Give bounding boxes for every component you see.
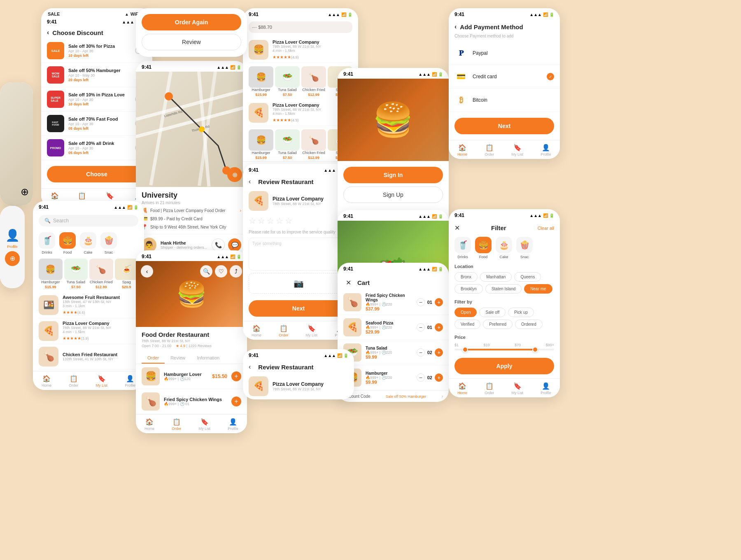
rl-food-2[interactable]: 🥗 Tuna Salad $7.50 (275, 66, 300, 97)
choose-button[interactable]: Choose (47, 166, 147, 182)
call-button[interactable]: 📞 (212, 238, 225, 252)
chip-brooklyn[interactable]: Brooklyn (454, 284, 483, 294)
rl2-food-3[interactable]: 🍗 Chicken Fried $12.99 (301, 129, 326, 160)
menu-item-2[interactable]: 🍗 Fried Spicy Chicken Wings 🔥999+ | 🕐 01… (136, 389, 247, 414)
nav-mylist-food[interactable]: 🔖My List (96, 375, 108, 387)
rl-food-1[interactable]: 🍔 Hamburger $15.99 (249, 66, 273, 97)
rl2-food-2[interactable]: 🥗 Tuna Salad $7.50 (275, 129, 300, 160)
nav-order-review[interactable]: 📋Order (279, 324, 288, 337)
tab-info[interactable]: Information (191, 352, 225, 364)
review-order-btn[interactable]: Review (142, 34, 241, 50)
rating-stars[interactable]: ☆☆☆☆☆ (249, 216, 294, 225)
nav-order-fo[interactable]: 📋Order (172, 418, 181, 431)
rest-item-3[interactable]: 🍗 Chicken Fried Restaurant 132th Street,… (39, 344, 138, 369)
cat-food[interactable]: 🍔 Food (59, 232, 76, 254)
discount-code-row[interactable]: Discount Code Sale off 50% Hamburger › (338, 390, 449, 402)
filter-cat-drinks[interactable]: 🥤 Drinks (454, 237, 471, 259)
qty-minus-2[interactable]: − (417, 323, 425, 331)
chip-verified[interactable]: Verified (454, 320, 480, 329)
rl-item-1[interactable]: 🍔 Pizza Lover Company 78th Street, 88 W … (249, 37, 352, 63)
nav-order-payment[interactable]: 📋Order (485, 144, 494, 156)
hero-search-btn[interactable]: 🔍 (200, 265, 212, 278)
nav-mylist-fo[interactable]: 🔖My List (199, 418, 211, 431)
filter-cat-food[interactable]: 🍔 Food (475, 237, 492, 259)
cat-snack[interactable]: 🍿 Snac (100, 232, 117, 254)
nav-mylist-payment[interactable]: 🔖My List (512, 144, 524, 156)
qty-plus-4[interactable]: + (435, 373, 443, 382)
qty-plus-1[interactable]: + (435, 298, 443, 306)
rl-food-3[interactable]: 🍗 Chicken Fried $12.99 (301, 66, 326, 97)
tab-review[interactable]: Review (165, 352, 191, 364)
chip-bronx[interactable]: Bronx (454, 272, 478, 282)
qty-minus-1[interactable]: − (417, 298, 425, 306)
chip-ordered[interactable]: Ordered (515, 320, 543, 329)
review2-back-btn[interactable]: ‹ (249, 363, 251, 371)
food-item-3[interactable]: 🍗 Chicken Fried $12.99 (89, 259, 113, 289)
hero-fav-btn[interactable]: ♡ (215, 265, 227, 278)
filter-apply-btn[interactable]: Apply (454, 358, 554, 374)
chip-pickup[interactable]: Pick up (508, 308, 534, 317)
nav-order-food[interactable]: 📋Order (69, 375, 78, 387)
add-btn-1[interactable]: + (231, 371, 241, 381)
qty-plus-2[interactable]: + (435, 323, 443, 331)
rest-item-2[interactable]: 🍕 Pizza Lover Company 78th Street, 88 W … (39, 318, 138, 344)
chip-saleoff[interactable]: Sale off (479, 308, 506, 317)
qty-minus-3[interactable]: − (417, 348, 425, 357)
qty-minus-4[interactable]: − (417, 373, 425, 382)
location-btn[interactable]: ⊕ (227, 167, 242, 182)
tab-order[interactable]: Order (142, 352, 165, 364)
qty-plus-3[interactable]: + (435, 348, 443, 357)
food-item-4[interactable]: 🍝 Spag $20.9 (115, 259, 139, 289)
filter-cat-cake[interactable]: 🎂 Cake (496, 237, 512, 259)
menu-item-1[interactable]: 🍔 Hamburger Lover 🔥999+ | 🕐120 $15.50 + (136, 364, 247, 389)
chip-open[interactable]: Open (454, 308, 477, 317)
chip-statenisland[interactable]: Staten Island (485, 284, 522, 294)
nav-profile-payment[interactable]: 👤Profile (541, 144, 551, 156)
review-next-btn[interactable]: Next (249, 300, 348, 317)
price-thumb-left[interactable] (462, 347, 468, 352)
nav-home-food[interactable]: 🏠Home (42, 375, 51, 387)
order-again-btn[interactable]: Order Again (142, 14, 241, 30)
nav-home-review[interactable]: 🏠Home (252, 324, 261, 337)
photo-upload[interactable]: 📷 (249, 273, 348, 294)
nav-home-filter[interactable]: 🏠Home (457, 382, 467, 395)
nav-home-fo[interactable]: 🏠Home (144, 418, 154, 431)
clear-all-btn[interactable]: Clear all (538, 226, 554, 231)
filter-close-btn[interactable]: ✕ (454, 224, 460, 232)
signup-btn[interactable]: Sign Up (343, 187, 443, 203)
nav-home-payment[interactable]: 🏠Home (457, 144, 467, 156)
nav-order-filter[interactable]: 📋Order (485, 382, 494, 395)
chip-queens[interactable]: Queens (514, 272, 541, 282)
payment-credit-card[interactable]: 💳 Credit card ✓ (449, 65, 560, 89)
chip-nearme[interactable]: Near me (524, 284, 552, 294)
review-input[interactable]: Type something (249, 238, 348, 271)
chip-manhattan[interactable]: Manhattan (480, 272, 512, 282)
nav-profile-fo[interactable]: 👤Profile (228, 418, 238, 431)
chip-preferred[interactable]: Preferred (483, 320, 513, 329)
payment-next-btn[interactable]: Next (454, 118, 554, 134)
rl-item-2[interactable]: 🍕 Pizza Lover Company 78th Street, 88 W … (249, 100, 352, 126)
payment-bitcoin[interactable]: ₿ Bitcoin (449, 89, 560, 112)
cat-cake[interactable]: 🎂 Cake (80, 232, 96, 254)
nav-mylist-review[interactable]: 🔖My List (306, 324, 318, 337)
nav-profile-food[interactable]: 👤Profile (125, 375, 135, 387)
hero-back-btn[interactable]: ‹ (141, 265, 153, 278)
cat-drinks[interactable]: 🥤 Drinks (39, 232, 55, 254)
cart-close-btn[interactable]: ✕ (343, 278, 353, 287)
partial-location-btn[interactable]: ⊕ (5, 251, 20, 266)
signin-btn[interactable]: Sign In (343, 167, 443, 183)
rl2-food-1[interactable]: 🍔 Hamburger $15.99 (249, 129, 273, 160)
nav-mylist-filter[interactable]: 🔖My List (512, 382, 524, 395)
chat-button[interactable]: 💬 (228, 238, 241, 252)
rest-item-1[interactable]: 🍱 Awesome Fruit Restaurant 13th Street, … (39, 292, 138, 318)
back-button[interactable]: ‹ (47, 29, 49, 36)
food-item-1[interactable]: 🍔 Hamburger $15.99 (39, 259, 63, 289)
food-item-2[interactable]: 🥗 Tuna Salad $7.50 (64, 259, 88, 289)
payment-paypal[interactable]: 𝐏 Paypal (449, 42, 560, 65)
price-thumb-right[interactable] (532, 347, 538, 352)
nav-profile-filter[interactable]: 👤Profile (541, 382, 551, 395)
review-back-btn[interactable]: ‹ (249, 178, 251, 185)
hero-share-btn[interactable]: ⤴ (230, 265, 242, 278)
filter-cat-snack[interactable]: 🍿 Snac (516, 237, 533, 259)
add-btn-2[interactable]: + (231, 397, 241, 406)
